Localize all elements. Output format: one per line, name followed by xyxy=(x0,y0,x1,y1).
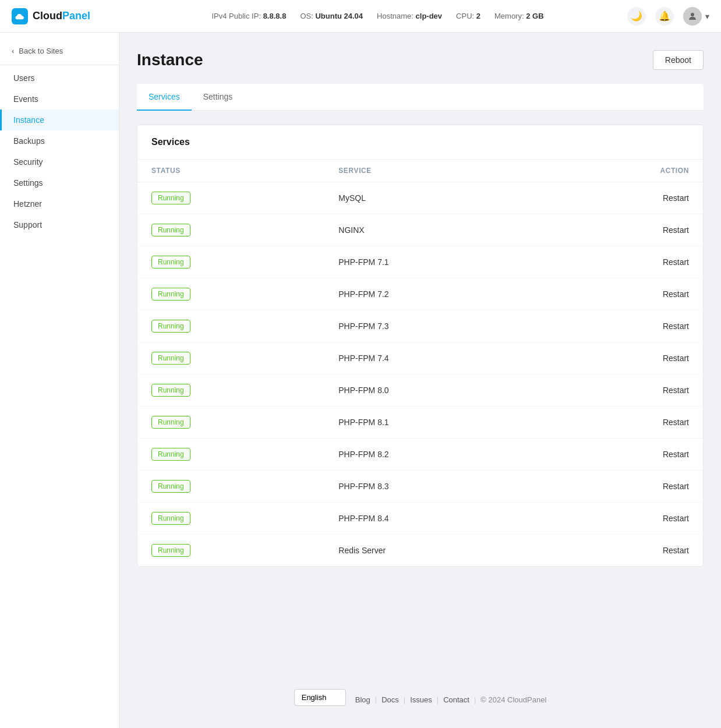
status-cell: Running xyxy=(137,310,324,342)
restart-button[interactable]: Restart xyxy=(663,418,689,427)
service-name: Redis Server xyxy=(338,546,386,555)
cpu-info: CPU: 2 xyxy=(456,12,480,20)
service-cell: PHP-FPM 8.4 xyxy=(324,503,543,535)
sidebar-item-instance[interactable]: Instance xyxy=(0,109,119,130)
sidebar-hetzner-label: Hetzner xyxy=(13,199,42,208)
status-badge: Running xyxy=(151,320,190,333)
restart-button[interactable]: Restart xyxy=(663,225,689,235)
col-status: STATUS xyxy=(137,160,324,182)
service-name: PHP-FPM 7.1 xyxy=(338,257,388,267)
status-cell: Running xyxy=(137,342,324,374)
back-to-sites-link[interactable]: ‹ Back to Sites xyxy=(0,40,119,62)
footer-copyright: © 2024 CloudPanel xyxy=(480,695,546,704)
sidebar-item-security[interactable]: Security xyxy=(0,151,119,172)
table-row: Running PHP-FPM 8.2 Restart xyxy=(137,439,703,471)
sidebar-item-events[interactable]: Events xyxy=(0,89,119,109)
services-card-title: Services xyxy=(137,125,703,160)
hostname-info: Hostname: clp-dev xyxy=(377,12,442,20)
status-badge: Running xyxy=(151,544,190,557)
sidebar-instance-label: Instance xyxy=(13,115,44,125)
action-cell: Restart xyxy=(544,342,703,374)
restart-button[interactable]: Restart xyxy=(663,257,689,267)
service-cell: PHP-FPM 7.1 xyxy=(324,246,543,278)
footer: English Blog | Docs | Issues | Contact |… xyxy=(137,677,704,711)
action-cell: Restart xyxy=(544,503,703,535)
sidebar-item-users[interactable]: Users xyxy=(0,68,119,89)
page-title: Instance xyxy=(137,51,203,69)
service-name: PHP-FPM 8.0 xyxy=(338,386,388,395)
restart-button[interactable]: Restart xyxy=(663,482,689,491)
footer-link-issues[interactable]: Issues xyxy=(410,695,432,704)
status-badge: Running xyxy=(151,288,190,301)
status-cell: Running xyxy=(137,374,324,407)
os-info: OS: Ubuntu 24.04 xyxy=(300,12,363,20)
header-meta: IPv4 Public IP: 8.8.8.8 OS: Ubuntu 24.04… xyxy=(128,12,627,20)
footer-link-blog[interactable]: Blog xyxy=(355,695,370,704)
restart-button[interactable]: Restart xyxy=(663,386,689,395)
restart-button[interactable]: Restart xyxy=(663,193,689,203)
sidebar-divider xyxy=(0,65,119,65)
user-menu-chevron: ▾ xyxy=(705,12,709,21)
action-cell: Restart xyxy=(544,182,703,214)
sidebar-item-hetzner[interactable]: Hetzner xyxy=(0,193,119,214)
restart-button[interactable]: Restart xyxy=(663,514,689,523)
footer-link-docs[interactable]: Docs xyxy=(381,695,399,704)
table-row: Running PHP-FPM 8.1 Restart xyxy=(137,407,703,439)
sidebar-item-settings[interactable]: Settings xyxy=(0,172,119,193)
tabs-container: Services Settings xyxy=(137,84,704,111)
restart-button[interactable]: Restart xyxy=(663,289,689,299)
service-name: PHP-FPM 8.2 xyxy=(338,450,388,459)
restart-button[interactable]: Restart xyxy=(663,546,689,555)
status-badge: Running xyxy=(151,448,190,461)
language-select[interactable]: English xyxy=(294,689,346,706)
service-cell: PHP-FPM 7.4 xyxy=(324,342,543,374)
service-cell: NGINX xyxy=(324,214,543,246)
user-avatar-menu[interactable]: ▾ xyxy=(683,7,709,26)
action-cell: Restart xyxy=(544,374,703,407)
sidebar-item-backups[interactable]: Backups xyxy=(0,130,119,151)
status-badge: Running xyxy=(151,512,190,525)
tab-services[interactable]: Services xyxy=(137,84,192,111)
notifications-bell[interactable]: 🔔 xyxy=(655,7,674,26)
table-row: Running PHP-FPM 8.0 Restart xyxy=(137,374,703,407)
sidebar-settings-label: Settings xyxy=(13,178,43,188)
status-badge: Running xyxy=(151,352,190,365)
restart-button[interactable]: Restart xyxy=(663,321,689,331)
service-cell: PHP-FPM 7.2 xyxy=(324,278,543,310)
service-name: NGINX xyxy=(338,225,364,235)
service-name: PHP-FPM 8.4 xyxy=(338,514,388,523)
back-to-sites-label: Back to Sites xyxy=(19,47,63,55)
action-cell: Restart xyxy=(544,310,703,342)
sidebar-item-support[interactable]: Support xyxy=(0,214,119,235)
dark-mode-toggle[interactable]: 🌙 xyxy=(627,7,646,26)
table-row: Running PHP-FPM 8.3 Restart xyxy=(137,471,703,503)
memory-info: Memory: 2 GB xyxy=(494,12,544,20)
status-cell: Running xyxy=(137,182,324,214)
footer-link-contact[interactable]: Contact xyxy=(443,695,469,704)
table-row: Running NGINX Restart xyxy=(137,214,703,246)
service-cell: PHP-FPM 8.0 xyxy=(324,374,543,407)
reboot-button[interactable]: Reboot xyxy=(653,50,704,70)
col-action: ACTION xyxy=(544,160,703,182)
service-name: PHP-FPM 7.2 xyxy=(338,289,388,299)
service-cell: PHP-FPM 7.3 xyxy=(324,310,543,342)
status-cell: Running xyxy=(137,407,324,439)
status-cell: Running xyxy=(137,214,324,246)
tab-settings[interactable]: Settings xyxy=(192,84,245,111)
action-cell: Restart xyxy=(544,439,703,471)
top-header: CloudPanel IPv4 Public IP: 8.8.8.8 OS: U… xyxy=(0,0,721,33)
ipv4-info: IPv4 Public IP: 8.8.8.8 xyxy=(211,12,286,20)
sidebar-backups-label: Backups xyxy=(13,136,45,146)
col-service: SERVICE xyxy=(324,160,543,182)
logo-text: CloudPanel xyxy=(33,10,90,22)
services-table: STATUS SERVICE ACTION Running MySQL Rest… xyxy=(137,160,703,566)
restart-button[interactable]: Restart xyxy=(663,354,689,363)
services-card: Services STATUS SERVICE ACTION Running M… xyxy=(137,125,704,567)
service-cell: MySQL xyxy=(324,182,543,214)
service-name: MySQL xyxy=(338,193,366,203)
svg-point-0 xyxy=(691,13,694,16)
restart-button[interactable]: Restart xyxy=(663,450,689,459)
action-cell: Restart xyxy=(544,246,703,278)
sidebar-events-label: Events xyxy=(13,94,38,104)
avatar xyxy=(683,7,702,26)
